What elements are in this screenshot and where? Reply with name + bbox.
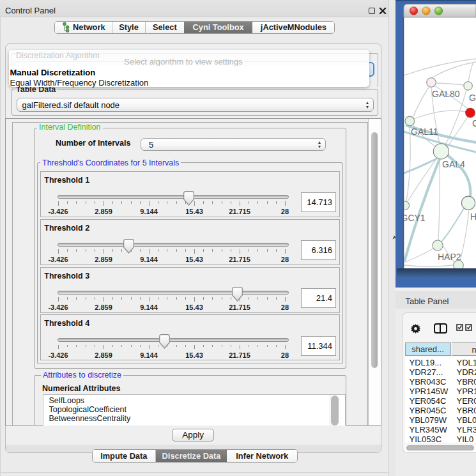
svg-text:H: H <box>470 211 476 222</box>
svg-text:GA: GA <box>469 93 476 103</box>
svg-text:GAL80: GAL80 <box>432 89 460 99</box>
svg-text:C: C <box>472 118 476 128</box>
svg-text:GAL4: GAL4 <box>442 159 465 169</box>
svg-text:GCY1: GCY1 <box>401 213 426 223</box>
svg-text:HAP2: HAP2 <box>438 252 461 262</box>
svg-text:GAL11: GAL11 <box>411 127 438 137</box>
